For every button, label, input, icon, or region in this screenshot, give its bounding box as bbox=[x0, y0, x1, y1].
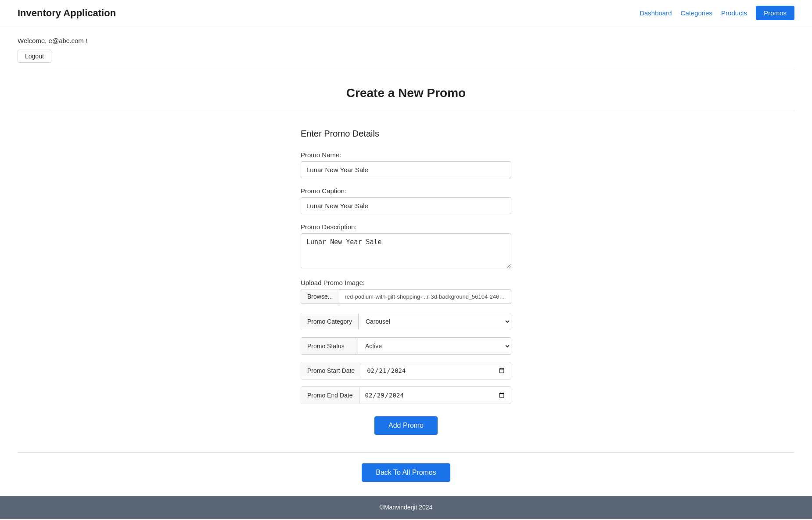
main-nav: Dashboard Categories Products Promos bbox=[640, 6, 794, 20]
upload-image-group: Upload Promo Image: Browse... red-podium… bbox=[301, 279, 511, 304]
promo-end-date-input[interactable] bbox=[359, 387, 511, 404]
promo-description-group: Promo Description: Lunar New Year Sale bbox=[301, 223, 511, 270]
form-section-title: Enter Promo Details bbox=[301, 129, 511, 139]
form-container: Enter Promo Details Promo Name: Promo Ca… bbox=[292, 129, 520, 435]
promo-name-label: Promo Name: bbox=[301, 151, 511, 159]
nav-categories[interactable]: Categories bbox=[681, 9, 713, 17]
promo-category-label: Promo Category bbox=[301, 314, 359, 329]
back-btn-section: Back To All Promos bbox=[0, 453, 812, 496]
user-section: Welcome, e@abc.com ! Logout bbox=[0, 26, 812, 70]
logout-button[interactable]: Logout bbox=[18, 50, 51, 63]
promo-caption-group: Promo Caption: bbox=[301, 187, 511, 214]
promo-status-field: Promo Status Active Inactive bbox=[301, 337, 511, 355]
page-title: Create a New Promo bbox=[18, 86, 794, 100]
promo-category-select[interactable]: Carousel Banner Featured bbox=[359, 313, 511, 330]
page-title-section: Create a New Promo bbox=[18, 70, 794, 111]
promo-caption-input[interactable] bbox=[301, 197, 511, 214]
promo-description-label: Promo Description: bbox=[301, 223, 511, 231]
footer-text: ©Manvinderjit 2024 bbox=[380, 504, 433, 511]
nav-promos[interactable]: Promos bbox=[756, 6, 794, 20]
file-upload-row: Browse... red-podium-with-gift-shopping-… bbox=[301, 289, 511, 304]
promo-category-field: Promo Category Carousel Banner Featured bbox=[301, 313, 511, 330]
promo-caption-label: Promo Caption: bbox=[301, 187, 511, 195]
promo-name-group: Promo Name: bbox=[301, 151, 511, 178]
back-to-promos-button[interactable]: Back To All Promos bbox=[362, 463, 450, 482]
header: Inventory Application Dashboard Categori… bbox=[0, 0, 812, 26]
add-promo-button[interactable]: Add Promo bbox=[374, 416, 438, 435]
promo-start-date-input[interactable] bbox=[361, 362, 511, 379]
promo-start-date-label: Promo Start Date bbox=[301, 363, 361, 379]
welcome-text: Welcome, e@abc.com ! bbox=[18, 37, 794, 44]
promo-description-textarea[interactable]: Lunar New Year Sale bbox=[301, 233, 511, 268]
promo-end-date-label: Promo End Date bbox=[301, 387, 359, 403]
promo-status-label: Promo Status bbox=[301, 338, 358, 354]
nav-dashboard[interactable]: Dashboard bbox=[640, 9, 672, 17]
promo-status-select[interactable]: Active Inactive bbox=[358, 338, 511, 354]
promo-name-input[interactable] bbox=[301, 161, 511, 178]
nav-products[interactable]: Products bbox=[721, 9, 747, 17]
app-title: Inventory Application bbox=[18, 7, 116, 19]
footer: ©Manvinderjit 2024 bbox=[0, 496, 812, 519]
browse-button[interactable]: Browse... bbox=[301, 289, 339, 304]
promo-end-date-field: Promo End Date bbox=[301, 386, 511, 404]
promo-start-date-field: Promo Start Date bbox=[301, 362, 511, 379]
upload-label: Upload Promo Image: bbox=[301, 279, 511, 286]
file-name-display: red-podium-with-gift-shopping-...r-3d-ba… bbox=[339, 289, 511, 304]
